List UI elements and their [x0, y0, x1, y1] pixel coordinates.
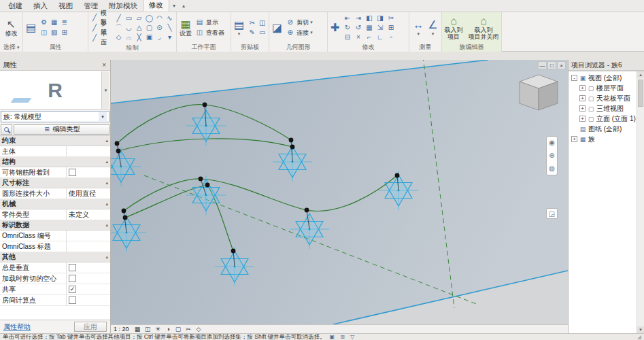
pan-icon[interactable]: ⊕: [549, 152, 554, 159]
tree-expander-icon[interactable]: +: [579, 116, 586, 122]
type-selector[interactable]: 族: 常规模型 ▾: [1, 111, 109, 122]
section-header[interactable]: 结构▴: [0, 157, 110, 167]
apply-button[interactable]: 应用: [74, 322, 107, 332]
tool-icon[interactable]: ◡: [124, 23, 134, 33]
properties-close-icon[interactable]: ×: [101, 61, 107, 69]
family-parameters-icon[interactable]: ≣: [59, 18, 69, 27]
scale-control[interactable]: 1 : 20: [114, 326, 131, 333]
tool-icon[interactable]: ▭: [257, 28, 267, 37]
move-button[interactable]: ✚: [329, 22, 341, 33]
tool-icon[interactable]: ∟: [375, 33, 385, 42]
tree-expander-icon[interactable]: +: [579, 105, 586, 112]
panel-label-select[interactable]: 选择 ▾: [0, 43, 22, 52]
datum-point[interactable]: [199, 177, 203, 182]
panel-label-measure[interactable]: 测量: [409, 43, 441, 52]
tree-expander-icon[interactable]: +: [579, 95, 586, 101]
viewcube[interactable]: [518, 71, 560, 114]
status-icon-1[interactable]: ▣: [328, 334, 337, 340]
datum-point[interactable]: [395, 173, 400, 178]
panel-label-clipboard[interactable]: 剪贴板: [231, 43, 269, 52]
tool-icon[interactable]: ╳: [134, 33, 144, 42]
tool-icon[interactable]: ✂: [247, 18, 257, 28]
panel-label-family-editor[interactable]: 族编辑器: [442, 43, 501, 52]
tab-插入[interactable]: 插入: [28, 0, 53, 12]
tool-icon[interactable]: ◧: [364, 14, 374, 23]
tab-视图[interactable]: 视图: [53, 0, 78, 12]
tree-item-天花板平面[interactable]: +▢天花板平面: [569, 93, 644, 103]
property-value[interactable]: 使用直径: [66, 188, 110, 199]
section-header[interactable]: 约束▴: [0, 136, 110, 146]
tool-icon[interactable]: ◨: [375, 14, 385, 23]
checkbox[interactable]: [69, 275, 76, 282]
project-browser-title-bar[interactable]: 项目浏览器 - 族6: [569, 60, 644, 71]
tool-icon[interactable]: ⇲: [375, 23, 385, 33]
properties-title-bar[interactable]: 属性 ×: [0, 60, 110, 71]
viewport-minimize-icon[interactable]: —: [538, 61, 547, 69]
modify-button[interactable]: ↖ 修改: [4, 18, 19, 37]
tool-icon[interactable]: ⊟: [342, 33, 352, 42]
panel-label-draw[interactable]: 绘制: [88, 44, 176, 52]
detail-level-icon[interactable]: ▦: [133, 326, 142, 333]
property-value[interactable]: ✓: [66, 284, 110, 294]
crop-view-icon[interactable]: ▢: [174, 326, 183, 333]
property-value[interactable]: [66, 241, 110, 252]
tool-icon[interactable]: ▦: [364, 23, 374, 33]
zoom-icon[interactable]: ◍: [549, 165, 555, 172]
type-selector-dropdown-icon[interactable]: ▾: [99, 112, 107, 121]
tool-icon[interactable]: ⌒: [114, 23, 124, 33]
scroll-down-icon[interactable]: ▼: [637, 326, 644, 333]
visual-style-icon[interactable]: ◫: [143, 326, 152, 333]
tab-管理[interactable]: 管理: [78, 0, 103, 12]
project-browser-scrollbar[interactable]: ▲ ▼: [637, 71, 644, 333]
tool-icon[interactable]: ↻: [342, 23, 352, 33]
properties-toggle-icon[interactable]: ◫: [39, 28, 49, 37]
scroll-up-icon[interactable]: ▲: [637, 71, 644, 78]
datum-point[interactable]: [290, 145, 295, 150]
load-into-project-button[interactable]: ⌂ 载入到 项目: [443, 15, 464, 40]
tool-icon[interactable]: ✎: [247, 28, 257, 37]
status-icon-2[interactable]: ⊞: [339, 334, 346, 340]
join-geometry-button[interactable]: ⊕ 连接 ▾: [285, 28, 313, 37]
viewport-canvas[interactable]: [111, 60, 568, 324]
family-category-icon[interactable]: ⚙: [39, 18, 49, 27]
tab-修改[interactable]: 修改: [143, 0, 169, 12]
panel-label-geometry[interactable]: 几何图形: [269, 43, 327, 52]
viewport-close-icon[interactable]: ×: [557, 61, 566, 69]
tree-expander-icon[interactable]: +: [571, 136, 577, 142]
navigation-extra-button[interactable]: ◲: [546, 208, 558, 219]
viewer-button[interactable]: ◫ 查看器: [194, 28, 224, 37]
paste-button[interactable]: ▤ ▾: [233, 19, 245, 37]
tree-item-视图 (全部)[interactable]: -▣视图 (全部): [569, 73, 644, 83]
checkbox[interactable]: [69, 296, 76, 304]
palette-icon[interactable]: ▧: [49, 28, 59, 37]
tree-expander-icon[interactable]: +: [579, 85, 586, 91]
tool-icon[interactable]: ⊙: [154, 23, 165, 33]
tool-icon[interactable]: ◠: [154, 14, 165, 23]
shadows-icon[interactable]: ◑: [164, 326, 173, 333]
tool-icon[interactable]: △: [134, 23, 144, 33]
tree-item-立面 (立面 1)[interactable]: +▢立面 (立面 1): [569, 114, 644, 124]
status-icon-3[interactable]: ▽: [349, 334, 356, 340]
properties-palette-button[interactable]: ▤: [24, 22, 37, 33]
section-header[interactable]: 标识数据▴: [0, 220, 110, 231]
tool-icon[interactable]: ▭: [124, 14, 134, 23]
property-value[interactable]: 未定义: [66, 209, 110, 220]
tool-icon[interactable]: ×: [353, 33, 363, 42]
ribbon-collapse-icon[interactable]: ▴: [179, 3, 188, 12]
viewport-restore-icon[interactable]: □: [547, 61, 556, 69]
property-value[interactable]: [66, 167, 110, 177]
datum-point[interactable]: [231, 249, 236, 254]
tool-icon[interactable]: ◇: [114, 33, 124, 42]
tool-icon[interactable]: ✂: [386, 14, 396, 23]
datum-point[interactable]: [116, 149, 121, 154]
panel-label-properties[interactable]: 属性: [23, 43, 88, 52]
load-into-project-close-button[interactable]: ⌂ 载入到 项目并关闭: [467, 15, 501, 40]
checkbox[interactable]: ✓: [69, 286, 76, 293]
resize-grip[interactable]: ◢: [637, 334, 641, 340]
checkbox[interactable]: [69, 169, 76, 176]
drawing-area[interactable]: —□× ◉ ⊕ ◍ ◲ 1 : 20 ▦◫☀◑▢✂◇: [111, 60, 568, 333]
tree-expander-icon[interactable]: -: [571, 75, 577, 81]
tool-icon[interactable]: ▾: [165, 33, 175, 42]
datum-point[interactable]: [123, 216, 128, 220]
search-button[interactable]: [1, 124, 12, 135]
